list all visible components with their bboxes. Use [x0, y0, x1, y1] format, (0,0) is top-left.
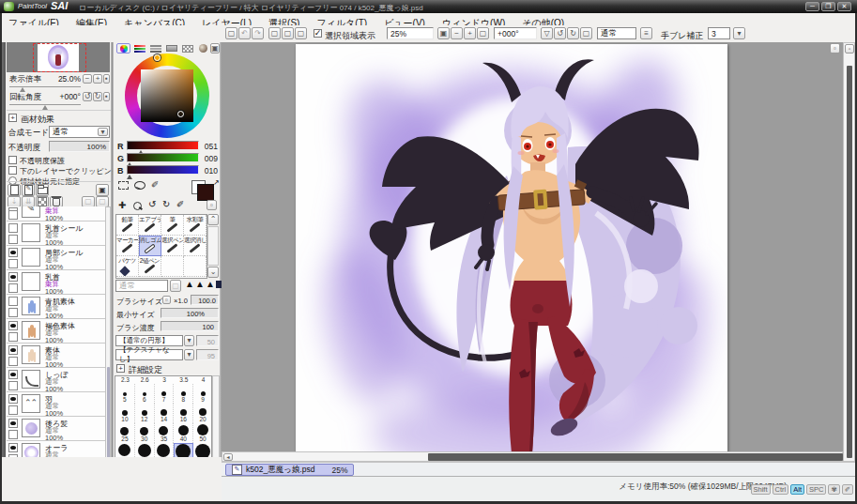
- rotate-cw-button[interactable]: ↻: [567, 27, 579, 39]
- angle-reset-button[interactable]: ▽: [541, 27, 553, 39]
- tool-grid-down-button[interactable]: ⌄: [207, 267, 219, 278]
- canvas-angle-field[interactable]: +000°: [494, 27, 537, 39]
- paint-mode-button[interactable]: ≡: [640, 27, 652, 39]
- brush-preset-10[interactable]: 10: [115, 404, 135, 423]
- layer-row-hidden[interactable]: 乗算100%: [7, 206, 105, 221]
- brush-preset-8[interactable]: 8: [174, 384, 193, 404]
- brush-preset-25[interactable]: 25: [115, 423, 135, 443]
- brush-preset-30[interactable]: 30: [135, 423, 155, 443]
- zoom-in-button[interactable]: +: [464, 27, 476, 39]
- canvas-document[interactable]: [296, 44, 727, 462]
- preset-size-label[interactable]: 3: [155, 376, 175, 383]
- hsv-slider-tab[interactable]: [148, 43, 162, 53]
- swap-colors-icon[interactable]: ↗: [213, 178, 220, 187]
- brush-preset-16[interactable]: 16: [174, 404, 193, 423]
- nav-angle-reset-button[interactable]: ▪: [103, 92, 110, 101]
- layer-visibility-checkbox[interactable]: [8, 321, 18, 330]
- layer-row-乳首[interactable]: 乳首乗算100%: [7, 270, 105, 295]
- lasso-tool[interactable]: [134, 181, 145, 190]
- layer-row-青肌素体[interactable]: 青肌素体通常100%: [7, 295, 105, 319]
- opacity-slider[interactable]: 100%: [49, 141, 110, 152]
- layer-paint-checkbox[interactable]: [8, 405, 18, 415]
- preset-size-label[interactable]: 3.5: [174, 376, 193, 383]
- tool-selection-eraser[interactable]: 選択消し: [184, 236, 207, 256]
- layer-visibility-checkbox[interactable]: [8, 297, 18, 306]
- layer-visibility-checkbox[interactable]: [8, 345, 18, 355]
- brush-preset-40[interactable]: 40: [174, 423, 193, 443]
- layer-paint-checkbox[interactable]: [8, 283, 18, 293]
- min-size-slider[interactable]: 100%: [161, 308, 219, 318]
- layer-visibility-checkbox[interactable]: [8, 248, 18, 257]
- brush-edge-hard-icon[interactable]: ▲: [206, 279, 215, 289]
- r-slider[interactable]: [127, 141, 199, 150]
- brush-blend-dropdown[interactable]: 通常: [115, 280, 168, 292]
- layer-visibility-checkbox[interactable]: [8, 443, 18, 452]
- layer-visibility-checkbox[interactable]: [8, 223, 18, 233]
- quickbar-icon-button-3[interactable]: ▢: [282, 27, 294, 39]
- nav-rotate-cw-button[interactable]: ↻: [93, 92, 102, 101]
- brush-preset-9[interactable]: 9: [193, 384, 212, 404]
- undo-button[interactable]: ↶: [238, 27, 251, 39]
- tool-grid-up-button[interactable]: ⌃: [207, 214, 219, 225]
- stabilizer-value[interactable]: 3: [708, 27, 730, 39]
- document-tab[interactable]: ✎ k502_悪魔っ娘.psd 25%: [225, 464, 354, 476]
- preset-size-label[interactable]: 2.6: [135, 376, 155, 383]
- layer-visibility-checkbox[interactable]: [8, 394, 18, 404]
- zoom-fit-button[interactable]: ▢: [477, 27, 489, 39]
- sv-square[interactable]: [141, 69, 193, 122]
- tool-airbrush[interactable]: エアブラシ: [139, 215, 161, 236]
- navigator-thumbnail[interactable]: [7, 42, 110, 72]
- preset-size-label[interactable]: 2.3: [115, 376, 135, 383]
- tool-marker[interactable]: マーカー: [116, 236, 139, 256]
- tool-eraser[interactable]: 消しゴム: [139, 236, 161, 256]
- scratchpad-tab[interactable]: [196, 43, 210, 53]
- layer-paint-checkbox[interactable]: [8, 381, 18, 390]
- brush-preset-12[interactable]: 12: [135, 404, 155, 423]
- brush-preset-35[interactable]: 35: [155, 423, 175, 443]
- canvas-vscrollbar[interactable]: ▫: [843, 42, 855, 462]
- brush-texture-dropdown[interactable]: 【テクスチャなし】: [115, 349, 183, 360]
- layer-list-scrollbar[interactable]: [105, 206, 111, 490]
- eyedropper-tool[interactable]: ✐: [176, 199, 184, 209]
- brush-size-unit-button[interactable]: ▫: [162, 296, 171, 304]
- new-linework-layer-button[interactable]: ✎: [22, 184, 35, 196]
- foreground-color-swatch[interactable]: [197, 184, 214, 201]
- canvas-area[interactable]: ▫ ◂: [222, 42, 843, 462]
- quickbar-icon-button-1[interactable]: ▢: [225, 27, 237, 39]
- brush-texture-strength[interactable]: 95: [196, 349, 219, 360]
- tool-binary-pen[interactable]: 2値ペン: [139, 256, 161, 277]
- layer-visibility-checkbox[interactable]: [8, 419, 18, 428]
- clipping-group-checkbox[interactable]: [8, 166, 17, 175]
- layer-row-後ろ髪[interactable]: 後ろ髪通常100%: [7, 417, 105, 441]
- brush-density-slider[interactable]: 100: [161, 321, 219, 331]
- tool-watercolor[interactable]: 水彩筆: [184, 215, 207, 236]
- zoom-out-button[interactable]: −: [451, 27, 463, 39]
- layer-special-button[interactable]: ▣: [96, 184, 109, 196]
- brush-shape-button[interactable]: ▾: [184, 335, 194, 346]
- tool-pencil[interactable]: 鉛筆: [116, 215, 139, 236]
- brush-edge-soft-icon[interactable]: ▲: [185, 279, 194, 289]
- nav-zoom-reset-button[interactable]: ▪: [103, 74, 110, 84]
- brush-preset-50[interactable]: 50: [193, 423, 212, 443]
- brush-preset-5[interactable]: 5: [115, 384, 135, 404]
- layer-visibility-checkbox[interactable]: [8, 370, 18, 379]
- layer-row-羽[interactable]: 羽通常100%: [7, 392, 105, 417]
- zoom-tool[interactable]: [133, 202, 142, 210]
- sv-marker[interactable]: [177, 111, 184, 117]
- material-effect-expander[interactable]: +: [8, 114, 17, 122]
- brush-preset-7[interactable]: 7: [155, 384, 175, 404]
- preserve-opacity-checkbox[interactable]: [8, 156, 17, 164]
- tool-bucket[interactable]: バケツ: [116, 256, 139, 277]
- tool-brush[interactable]: 筆: [161, 215, 184, 236]
- brush-edge-mid-icon[interactable]: ▲: [195, 279, 205, 289]
- close-button[interactable]: ✕: [837, 2, 851, 11]
- layer-row-乳首シール[interactable]: 乳首シール通常100%: [7, 221, 105, 246]
- layer-paint-checkbox[interactable]: [8, 235, 18, 244]
- new-layer-set-button[interactable]: [36, 184, 49, 196]
- rgb-slider-tab[interactable]: [132, 43, 146, 53]
- paint-mode-dropdown[interactable]: 通常: [597, 27, 636, 39]
- layer-paint-checkbox[interactable]: [8, 332, 18, 342]
- brush-shape-strength[interactable]: 50: [196, 335, 219, 346]
- minimize-button[interactable]: ─: [805, 2, 819, 11]
- rotate-canvas-tool[interactable]: ↺: [148, 199, 156, 209]
